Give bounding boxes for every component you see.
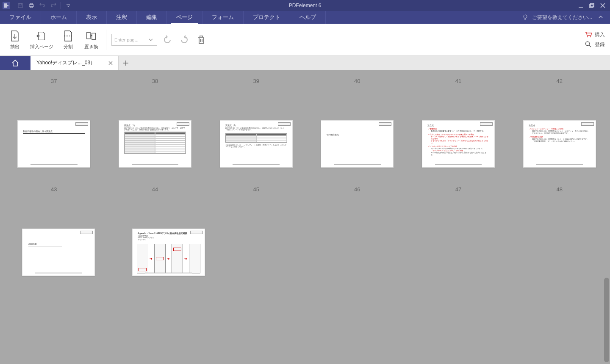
page-number: 48	[556, 179, 562, 198]
page-thumbnail-39[interactable]: 変更点（2） 2017年2月1日（水）の新規広告商材開始に伴い、2017年4月5…	[220, 120, 293, 168]
page-thumbnail-area: 37 38 39 40 41 42 動画広告新の期始に伴う変更点 変更点（1）	[0, 70, 610, 364]
replace-icon	[85, 29, 97, 43]
maximize-button[interactable]	[586, 1, 597, 10]
extract-label: 抽出	[10, 44, 19, 50]
svg-rect-8	[590, 4, 593, 8]
page-thumbnail-37[interactable]: 動画広告新の期始に伴う変更点	[17, 120, 90, 168]
menu-protect[interactable]: プロテクト	[244, 11, 290, 24]
split-label: 分割	[64, 44, 73, 50]
svg-line-19	[589, 45, 591, 47]
page-number: 40	[354, 70, 360, 90]
cart-icon	[585, 31, 592, 38]
page-number: 38	[152, 70, 158, 90]
menu-bar: ファイル ホーム 表示 注釈 編集 ページ フォーム プロテクト ヘルプ ご要望…	[0, 11, 610, 24]
home-tab[interactable]	[0, 56, 30, 70]
qat-save-icon[interactable]	[16, 1, 25, 10]
qat-undo-icon[interactable]	[38, 1, 47, 10]
collapse-ribbon-icon[interactable]	[596, 12, 606, 22]
buy-button[interactable]: 購入	[585, 31, 605, 39]
add-tab-button[interactable]	[119, 56, 133, 70]
register-button[interactable]: 登録	[585, 41, 605, 48]
page-thumbnail-43[interactable]: Appendix	[22, 229, 95, 276]
close-button[interactable]	[597, 1, 608, 10]
menu-form[interactable]: フォーム	[202, 11, 244, 24]
page-number: 43	[51, 179, 57, 198]
page-number: 47	[455, 179, 461, 198]
menu-file[interactable]: ファイル	[0, 11, 41, 24]
minimize-button[interactable]	[575, 1, 586, 10]
split-button[interactable]: 分割	[58, 27, 78, 52]
page-thumbnail-40[interactable]: その他注意点	[321, 120, 394, 168]
menu-view[interactable]: 表示	[77, 11, 107, 24]
svg-point-18	[586, 42, 590, 46]
page-thumbnail-38[interactable]: 変更点（1） 2017年2月1日（水）の新規広告商材開始に伴い、広告管理ツールな…	[119, 120, 191, 168]
menu-comment[interactable]: 注釈	[107, 11, 137, 24]
extract-button[interactable]: 抽出	[5, 27, 25, 52]
rotate-right-button[interactable]	[177, 33, 191, 47]
document-tab[interactable]: Yahoo!ディスプレ..._03）	[30, 56, 119, 70]
menu-home[interactable]: ホーム	[41, 11, 77, 24]
replace-button[interactable]: 置き換	[81, 27, 101, 52]
buy-label: 購入	[595, 31, 605, 39]
menu-edit[interactable]: 編集	[137, 11, 167, 24]
page-number: 39	[253, 70, 259, 90]
svg-point-17	[590, 36, 591, 37]
page-thumbnail-44[interactable]: Appendix：Yahoo! JAPANアプリの動画再生設定確認 ※設定変更前…	[132, 229, 205, 276]
qat-redo-icon[interactable]	[49, 1, 58, 10]
split-icon	[62, 29, 74, 43]
svg-rect-5	[30, 3, 33, 5]
menu-help[interactable]: ヘルプ	[290, 11, 326, 24]
page-number: 44	[152, 179, 158, 198]
vertical-scrollbar[interactable]	[604, 278, 609, 362]
svg-rect-9	[591, 3, 594, 7]
svg-point-16	[587, 36, 588, 37]
rotate-left-button[interactable]	[161, 33, 174, 47]
app-logo	[3, 2, 10, 9]
app-title: PDFelement 6	[0, 3, 610, 8]
page-number: 41	[455, 70, 461, 90]
dropdown-caret-icon	[147, 36, 154, 43]
thumb-title: Appendix	[28, 243, 62, 246]
page-thumbnail-42[interactable]: 注意点 ✔ キャンペーンエディター（YDN版）の対応 2017年2月1日（水）現…	[523, 120, 596, 168]
insert-page-button[interactable]: 挿入ページ	[28, 27, 55, 52]
document-tab-label: Yahoo!ディスプレ..._03）	[36, 59, 95, 66]
delete-button[interactable]	[194, 33, 208, 47]
thumb-sub: 2017年2月1日（水）の新規広告商材開始に伴い、広告管理ツールなどで一部変更が…	[124, 127, 186, 131]
replace-label: 置き換	[84, 44, 98, 50]
qat-customize-icon[interactable]	[64, 1, 73, 10]
svg-rect-0	[4, 3, 7, 8]
tab-strip: Yahoo!ディスプレ..._03）	[0, 56, 610, 70]
page-number: 42	[556, 70, 562, 90]
insert-page-label: 挿入ページ	[30, 44, 53, 50]
qat-print-icon[interactable]	[27, 1, 36, 10]
feedback-link[interactable]: ご要望を教えてください...	[532, 14, 592, 21]
page-range-placeholder: Enter pag...	[114, 37, 139, 42]
close-tab-icon[interactable]	[107, 60, 114, 66]
page-range-input[interactable]: Enter pag...	[111, 34, 157, 46]
page-thumbnail-41[interactable]: 注意点 ✔ 審査期間 動画広告の事前審査は審査リソースを通常15日間にユーザー体…	[422, 120, 495, 168]
thumb-title: 動画広告新の期始に伴う変更点	[23, 130, 85, 134]
svg-rect-1	[7, 5, 8, 6]
svg-point-12	[524, 15, 527, 18]
insert-page-icon	[36, 29, 47, 43]
register-label: 登録	[595, 41, 605, 48]
menu-page[interactable]: ページ	[167, 11, 202, 24]
page-number: 37	[51, 70, 57, 90]
page-number: 46	[354, 179, 360, 198]
search-icon	[585, 41, 592, 48]
svg-rect-3	[19, 3, 22, 5]
lightbulb-icon	[522, 14, 529, 21]
thumb-title: その他注意点	[326, 133, 388, 137]
page-number: 45	[253, 179, 259, 198]
ribbon-toolbar: 抽出 挿入ページ 分割 置き換 Enter pag...	[0, 24, 610, 56]
title-bar: PDFelement 6	[0, 0, 610, 11]
extract-icon	[9, 29, 21, 43]
